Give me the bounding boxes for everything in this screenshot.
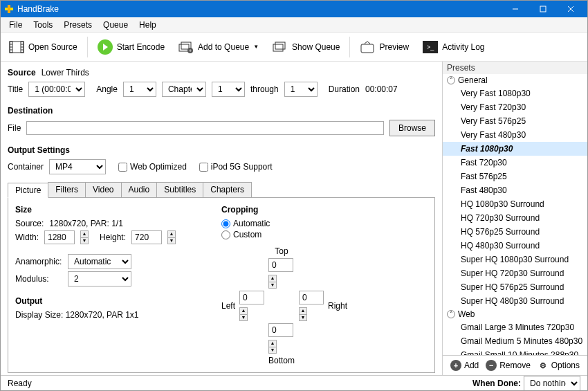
queue-icon	[273, 40, 288, 54]
cropping-custom-radio[interactable]: Custom	[221, 230, 428, 239]
status-text: Ready	[8, 379, 32, 388]
crop-right-input[interactable]	[299, 291, 324, 304]
open-source-button[interactable]: Open Source	[3, 37, 83, 57]
when-done-label: When Done:	[472, 379, 521, 388]
svg-rect-18	[275, 42, 285, 49]
angle-select[interactable]: 1	[123, 82, 156, 97]
preset-item[interactable]: Fast 1080p30	[443, 142, 587, 156]
tab-picture[interactable]: Picture	[8, 183, 48, 198]
menu-queue[interactable]: Queue	[98, 19, 134, 31]
show-queue-button[interactable]: Show Queue	[267, 37, 345, 57]
menu-file[interactable]: File	[3, 19, 28, 31]
web-optimized-checkbox[interactable]: Web Optimized	[118, 162, 187, 172]
preset-item[interactable]: Very Fast 576p25	[443, 114, 587, 128]
tab-filters[interactable]: Filters	[48, 182, 86, 197]
preview-button[interactable]: Preview	[354, 37, 414, 57]
cropping-automatic-radio[interactable]: Automatic	[221, 219, 428, 228]
anamorphic-label: Anamorphic:	[15, 257, 62, 266]
container-select[interactable]: MP4	[49, 159, 106, 174]
preset-item[interactable]: HQ 720p30 Surround	[443, 211, 587, 225]
modulus-select[interactable]: 2	[68, 271, 131, 287]
output-heading: Output	[15, 296, 221, 306]
duration-label: Duration	[329, 84, 360, 94]
title-bar: HandBrake	[1, 1, 587, 17]
preset-item[interactable]: HQ 480p30 Surround	[443, 239, 587, 253]
preset-item[interactable]: Fast 480p30	[443, 183, 587, 197]
svg-rect-17	[273, 44, 283, 51]
preset-add-button[interactable]: +Add	[450, 360, 479, 371]
maximize-button[interactable]	[529, 1, 557, 17]
start-encode-label: Start Encode	[117, 42, 165, 52]
activity-log-label: Activity Log	[442, 42, 484, 52]
range-type-select[interactable]: Chapters	[162, 82, 206, 97]
anamorphic-select[interactable]: Automatic	[68, 254, 131, 269]
title-select[interactable]: 1 (00:00:07)	[28, 82, 85, 97]
picture-source-value: 1280x720, PAR: 1/1	[49, 219, 123, 228]
width-spinner[interactable]: ▲▼	[80, 230, 89, 244]
preset-item[interactable]: HQ 1080p30 Surround	[443, 197, 587, 211]
preset-remove-button[interactable]: −Remove	[486, 360, 531, 371]
presets-header: Presets	[443, 62, 587, 74]
activity-log-button[interactable]: >_ Activity Log	[417, 38, 490, 56]
svg-rect-19	[361, 44, 374, 53]
tv-icon	[360, 40, 375, 54]
menu-help[interactable]: Help	[134, 19, 162, 31]
preset-item[interactable]: Very Fast 480p30	[443, 128, 587, 142]
start-encode-button[interactable]: Start Encode	[92, 37, 170, 57]
when-done-select[interactable]: Do nothing	[524, 376, 580, 391]
browse-button[interactable]: Browse	[389, 120, 435, 136]
preset-item[interactable]: Super HQ 480p30 Surround	[443, 294, 587, 308]
preset-item[interactable]: Gmail Medium 5 Minutes 480p30	[443, 334, 587, 348]
preset-group[interactable]: ˄Web	[443, 308, 587, 320]
preset-tree[interactable]: ˄GeneralVery Fast 1080p30Very Fast 720p3…	[443, 74, 587, 355]
preset-item[interactable]: Very Fast 1080p30	[443, 87, 587, 100]
tab-chapters[interactable]: Chapters	[203, 182, 252, 197]
close-button[interactable]	[557, 1, 585, 17]
preset-item[interactable]: Fast 576p25	[443, 170, 587, 183]
add-to-queue-button[interactable]: + Add to Queue ▼	[173, 37, 264, 57]
preset-item[interactable]: Very Fast 720p30	[443, 100, 587, 114]
menu-presets[interactable]: Presets	[58, 19, 98, 31]
crop-bottom-spinner[interactable]: ▲▼	[268, 340, 277, 354]
crop-top-label: Top	[275, 246, 288, 256]
chevron-up-icon: ˄	[447, 310, 455, 318]
crop-right-spinner[interactable]: ▲▼	[299, 307, 307, 321]
tab-video[interactable]: Video	[85, 182, 121, 197]
plus-icon: +	[450, 360, 461, 371]
preset-item[interactable]: Super HQ 1080p30 Surround	[443, 253, 587, 266]
preset-item[interactable]: Super HQ 720p30 Surround	[443, 266, 587, 280]
preset-group[interactable]: ˄General	[443, 74, 587, 87]
height-spinner[interactable]: ▲▼	[167, 230, 176, 244]
angle-label: Angle	[96, 84, 118, 94]
crop-left-spinner[interactable]: ▲▼	[239, 307, 248, 321]
gear-icon: ⚙	[538, 360, 549, 371]
height-input[interactable]	[131, 230, 162, 244]
preset-item[interactable]: Super HQ 576p25 Surround	[443, 280, 587, 294]
crop-top-input[interactable]	[268, 258, 293, 272]
width-input[interactable]	[44, 230, 75, 244]
preset-group-label: Web	[458, 309, 475, 319]
destination-file-input[interactable]	[26, 121, 384, 135]
preset-group-label: General	[458, 75, 488, 85]
crop-bottom-input[interactable]	[268, 323, 293, 337]
preset-item[interactable]: HQ 576p25 Surround	[443, 225, 587, 239]
tab-subtitles[interactable]: Subtitles	[156, 182, 203, 197]
crop-top-spinner[interactable]: ▲▼	[268, 275, 277, 289]
chapter-from-select[interactable]: 1	[212, 82, 245, 97]
preset-item[interactable]: Gmail Small 10 Minutes 288p30	[443, 348, 587, 355]
ipod-5g-checkbox[interactable]: iPod 5G Support	[199, 162, 273, 172]
minimize-button[interactable]	[502, 1, 529, 17]
preset-item[interactable]: Fast 720p30	[443, 156, 587, 170]
svg-line-21	[367, 42, 370, 44]
chapter-to-select[interactable]: 1	[284, 82, 318, 97]
svg-rect-1	[540, 6, 546, 12]
web-optimized-label: Web Optimized	[130, 162, 187, 172]
tab-content-picture: Size Source: 1280x720, PAR: 1/1 Width: ▲…	[8, 198, 435, 373]
preset-options-button[interactable]: ⚙Options	[538, 360, 580, 371]
tab-audio[interactable]: Audio	[121, 182, 158, 197]
crop-left-input[interactable]	[239, 291, 264, 304]
queue-add-icon: +	[178, 40, 194, 54]
menu-tools[interactable]: Tools	[28, 19, 58, 31]
preset-item[interactable]: Gmail Large 3 Minutes 720p30	[443, 320, 587, 334]
duration-value: 00:00:07	[365, 84, 398, 94]
